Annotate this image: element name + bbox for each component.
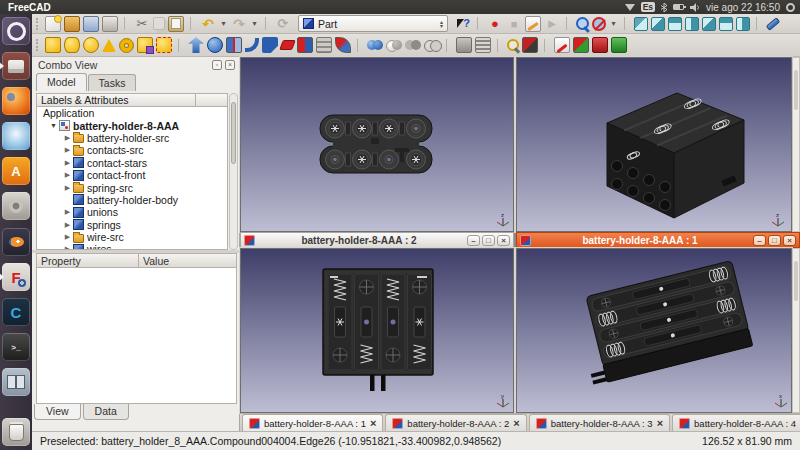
expander-icon[interactable] [63, 146, 72, 154]
new-file-button[interactable] [45, 16, 61, 32]
mdi-tab-4[interactable]: battery-holder-8-AAA : 4 [672, 414, 800, 431]
tab-view[interactable]: View [34, 404, 81, 420]
expander-icon[interactable] [63, 233, 72, 241]
part-cone-button[interactable] [102, 39, 116, 52]
macro-edit-button[interactable] [525, 16, 541, 32]
tree-item-battery-holder-8-AAA[interactable]: battery-holder-8-AAA [37, 119, 227, 131]
compound-button[interactable] [456, 37, 472, 53]
expander-icon[interactable] [63, 171, 72, 179]
tree-item-wire-src[interactable]: wire-src [37, 231, 227, 243]
property-column-header[interactable]: Property [37, 254, 139, 267]
shape-builder-button[interactable] [156, 37, 172, 53]
property-table-body[interactable] [36, 268, 237, 404]
boolean-union-button[interactable] [367, 37, 383, 53]
redo-dropdown[interactable] [250, 16, 259, 32]
macro-stop-button[interactable] [506, 16, 522, 32]
scrollbar-thumb[interactable] [231, 102, 236, 164]
tree-item-contact-front[interactable]: contact-front [37, 169, 227, 181]
mdi-tab-2[interactable]: battery-holder-8-AAA : 2 [385, 414, 526, 431]
tree-item-wires[interactable]: wires [37, 243, 227, 250]
tab-data[interactable]: Data [83, 404, 129, 420]
cut-button[interactable] [134, 16, 150, 32]
launcher-cura[interactable]: C [2, 298, 30, 326]
session-menu-icon[interactable] [786, 3, 795, 12]
mdi-tab-3[interactable]: battery-holder-8-AAA : 3 [529, 414, 670, 431]
mirror-button[interactable] [226, 37, 242, 53]
maximize-button[interactable] [482, 235, 495, 246]
view-left-button[interactable] [736, 17, 750, 31]
maximize-button[interactable] [768, 235, 781, 246]
subwindow-titlebar-1[interactable]: battery-holder-8-AAA : 1 [516, 232, 800, 248]
expander-icon[interactable] [63, 159, 72, 167]
fillet-button[interactable] [245, 38, 259, 52]
view-axonometric-button[interactable] [634, 17, 648, 31]
viewport-1[interactable]: x [516, 248, 792, 413]
launcher-blender[interactable] [2, 228, 30, 256]
close-panel-icon[interactable]: × [225, 60, 235, 70]
scrollbar-thumb[interactable] [794, 261, 798, 301]
part-box-button[interactable] [45, 37, 61, 53]
launcher-chromium[interactable] [2, 122, 30, 150]
bluetooth-icon[interactable] [661, 3, 667, 12]
edit-appearance-button[interactable] [554, 37, 570, 53]
tree-scrollbar[interactable] [229, 93, 238, 250]
scrollbar-thumb[interactable] [794, 70, 798, 110]
macro-record-button[interactable] [487, 16, 503, 32]
refresh-button[interactable] [275, 16, 291, 32]
tab-model[interactable]: Model [36, 73, 87, 91]
mdi-vertical-scrollbar[interactable] [792, 248, 800, 413]
undo-button[interactable] [200, 16, 216, 32]
fit-all-button[interactable] [576, 17, 589, 30]
close-tab-icon[interactable] [370, 418, 376, 428]
expander-icon[interactable] [63, 221, 72, 229]
launcher-dash[interactable] [2, 17, 30, 45]
copy-button[interactable] [153, 17, 165, 30]
part-cylinder-button[interactable] [64, 37, 80, 53]
minimize-button[interactable] [753, 235, 766, 246]
measure-distance-button[interactable] [766, 17, 781, 31]
print-button[interactable] [102, 16, 118, 32]
mdi-tab-1[interactable]: battery-holder-8-AAA : 1 [242, 414, 383, 431]
tree-item-contact-stars[interactable]: contact-stars [37, 157, 227, 169]
value-column-header[interactable]: Value [139, 254, 173, 267]
expander-icon[interactable] [63, 134, 72, 142]
chamfer-button[interactable] [262, 37, 278, 53]
set-texture-button[interactable] [611, 37, 627, 53]
cross-sections-button[interactable] [475, 37, 491, 53]
close-button[interactable] [783, 235, 796, 246]
whats-this-button[interactable] [455, 16, 471, 32]
launcher-terminal[interactable]: >_ [2, 333, 30, 361]
view-front-button[interactable] [651, 17, 665, 31]
spinner-arrows-icon[interactable]: ▴▾ [440, 20, 443, 28]
tree-item-springs[interactable]: springs [37, 219, 227, 231]
tree-item-contacts-src[interactable]: contacts-src [37, 144, 227, 156]
tree-item-battery-holder-src[interactable]: battery-holder-src [37, 132, 227, 144]
paste-button[interactable] [168, 16, 184, 32]
save-button[interactable] [83, 16, 99, 32]
close-button[interactable] [497, 235, 510, 246]
revolve-button[interactable] [207, 37, 223, 53]
defeaturing-button[interactable] [522, 37, 538, 53]
view-top-button[interactable] [668, 17, 682, 31]
launcher-software-center[interactable]: A [2, 157, 30, 185]
close-tab-icon[interactable] [513, 418, 519, 428]
view-rear-button[interactable] [702, 17, 716, 31]
viewport-2[interactable]: y [240, 248, 514, 413]
viewport-4[interactable]: z [516, 57, 792, 232]
minimize-button[interactable] [467, 235, 480, 246]
tree-item-spring-src[interactable]: spring-src [37, 181, 227, 193]
close-tab-icon[interactable] [657, 418, 663, 428]
launcher-firefox[interactable] [2, 87, 30, 115]
volume-icon[interactable] [690, 3, 700, 12]
boolean-section-button[interactable] [424, 37, 440, 53]
mdi-vertical-scrollbar[interactable] [792, 57, 800, 232]
check-geometry-button[interactable] [507, 39, 519, 51]
set-material-button[interactable] [592, 37, 608, 53]
sweep-button[interactable] [335, 37, 351, 53]
boolean-cut-button[interactable] [386, 37, 402, 53]
launcher-system-settings[interactable] [2, 192, 30, 220]
tree-item-unions[interactable]: unions [37, 206, 227, 218]
ruled-surface-button[interactable] [297, 37, 313, 53]
part-sphere-button[interactable] [83, 37, 99, 53]
launcher-workspace-switcher[interactable] [2, 368, 30, 396]
